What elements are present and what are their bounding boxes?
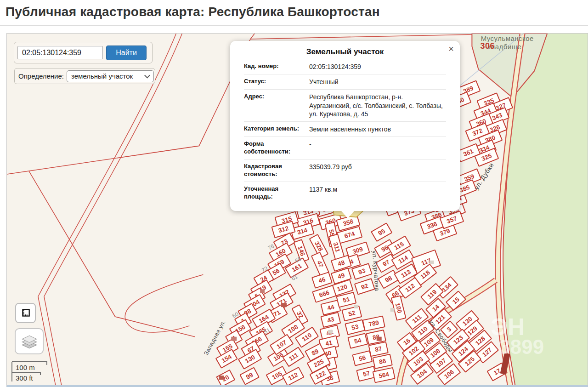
search-panel: Найти xyxy=(14,42,153,63)
measure-area-icon xyxy=(21,308,31,318)
search-input[interactable] xyxy=(17,46,103,59)
page-title: Публичная кадастровая карта: Республика … xyxy=(6,5,588,19)
building xyxy=(430,261,434,264)
info-row: Форма собственности:- xyxy=(244,137,446,159)
info-label: Адрес: xyxy=(244,93,309,118)
scale-metric: 100 m xyxy=(16,364,35,371)
layers-button[interactable] xyxy=(15,328,44,354)
info-value: 02:05:130124:359 xyxy=(309,63,446,71)
info-value: 335039.79 руб xyxy=(309,163,446,178)
building xyxy=(219,376,224,380)
info-value: Республика Башкортостан, р-н. Аургазинск… xyxy=(309,93,446,118)
building xyxy=(281,303,287,307)
building xyxy=(377,337,382,341)
parcel-number: 87 xyxy=(374,345,383,353)
definition-panel: Определение: земельный участок xyxy=(14,68,155,84)
popup-rows: Кад. номер:02:05:130124:359Статус:Учтенн… xyxy=(244,59,446,204)
info-row: Категория земель:Земли населенных пункто… xyxy=(244,122,446,137)
watermark: 3899 xyxy=(499,336,544,359)
info-label: Форма собственности: xyxy=(244,140,309,156)
close-icon[interactable]: × xyxy=(448,44,454,53)
info-value: Земли населенных пунктов xyxy=(309,125,446,133)
building xyxy=(354,305,358,308)
building xyxy=(328,330,333,334)
scale-control: 100 m 300 ft xyxy=(11,360,55,385)
definition-select[interactable]: земельный участок xyxy=(67,70,154,82)
map-label: 306 xyxy=(481,41,495,51)
info-label: Кад. номер: xyxy=(244,63,309,71)
info-row: Статус:Учтенный xyxy=(244,74,446,90)
scale-imperial: 300 ft xyxy=(16,374,33,382)
info-value: 1137 кв.м xyxy=(309,185,446,201)
info-row: Кад. номер:02:05:130124:359 xyxy=(244,59,446,74)
info-label: Уточненная площадь: xyxy=(244,185,309,201)
info-value: - xyxy=(309,140,446,156)
measure-button[interactable] xyxy=(15,303,36,323)
parcel-info-popup: × Земельный участок Кад. номер:02:05:130… xyxy=(230,41,460,211)
info-value: Учтенный xyxy=(309,78,446,86)
parcel-number: 86 xyxy=(379,357,387,365)
info-row: Кадастровая стоимость:335039.79 руб xyxy=(244,159,446,182)
building xyxy=(390,308,395,312)
info-label: Статус: xyxy=(244,78,309,86)
popup-title: Земельный участок xyxy=(244,47,446,57)
building xyxy=(260,289,265,293)
building xyxy=(231,337,237,341)
layers-icon xyxy=(21,334,38,349)
info-label: Категория земель: xyxy=(244,125,309,133)
map-container[interactable]: 3573603586743133163143153125503113284730… xyxy=(6,33,588,387)
definition-label: Определение: xyxy=(18,72,64,80)
info-label: Кадастровая стоимость: xyxy=(244,163,309,178)
divider xyxy=(0,25,588,26)
info-row: Уточненная площадь:1137 кв.м xyxy=(244,182,446,204)
find-button[interactable]: Найти xyxy=(106,46,147,60)
info-row: Адрес:Республика Башкортостан, р-н. Аург… xyxy=(244,90,446,122)
